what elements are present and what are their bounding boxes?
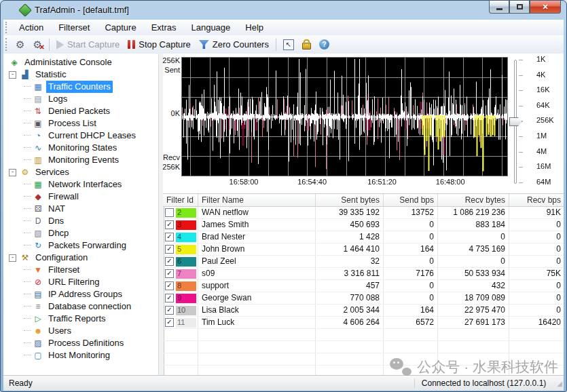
table-row[interactable]: ✓10Lisa Black2 005 34416422 975 4700: [163, 305, 564, 317]
tree-item-ip-address-groups[interactable]: ▤IP Address Groups: [3, 288, 158, 300]
slider-thumb[interactable]: [509, 117, 522, 126]
tree-item-current-dhcp-leases[interactable]: ◔Current DHCP Leases: [3, 130, 158, 142]
tree-item-dns[interactable]: DDns: [3, 215, 158, 227]
connect-button[interactable]: ⚙: [12, 38, 29, 51]
app-window: TrafAdmin - [default.tmf] ✕ ActionFilter…: [0, 0, 567, 392]
filter-edit-button[interactable]: ↖: [279, 38, 298, 52]
tree-item-url-filtering[interactable]: ⊘URL Filtering: [3, 276, 158, 288]
tree-item-database-connection[interactable]: ≡Database connection: [3, 300, 158, 313]
table-row[interactable]: ✓8support45704320: [163, 280, 564, 292]
filter-checkbox[interactable]: ✓: [165, 269, 174, 278]
tree-item-statistic[interactable]: -▟Statistic: [3, 68, 158, 81]
filter-checkbox[interactable]: ✓: [165, 220, 174, 229]
maximize-button[interactable]: [509, 1, 530, 14]
table-row[interactable]: ✓6Paul Zeel32000: [163, 256, 564, 268]
menu-help[interactable]: Help: [238, 21, 271, 34]
column-header-filter-name[interactable]: Filter Name: [198, 194, 316, 206]
filter-checkbox[interactable]: ✓: [165, 245, 174, 254]
y-recv-label: Recv: [163, 153, 180, 161]
table-row[interactable]: 2WAN netflow39 335 192137521 086 219 236…: [163, 207, 564, 219]
tree-item-host-monitoring[interactable]: ▢Host Monitoring: [3, 349, 158, 361]
tree-item-process-list[interactable]: ▣Process List: [3, 117, 158, 130]
tree-item-packets-forwarding[interactable]: ↻Packets Forwarding: [3, 239, 158, 252]
scale-tick-label: 4K: [536, 71, 545, 79]
filter-color-swatch: 9: [176, 294, 196, 303]
empty-table-row: [163, 353, 564, 366]
expander-icon[interactable]: -: [9, 169, 16, 176]
services-icon: ⚙: [20, 168, 31, 176]
start-capture-button[interactable]: Start Capture: [52, 38, 124, 51]
tree-item-nat[interactable]: ⚄NAT: [3, 203, 158, 215]
tree-item-label: Logs: [46, 93, 69, 105]
filter-checkbox[interactable]: [165, 208, 174, 217]
filter-checkbox[interactable]: ✓: [165, 257, 174, 266]
title-bar[interactable]: TrafAdmin - [default.tmf] ✕: [1, 1, 566, 20]
tree-item-monitoring-events[interactable]: ▥Monitoring Events: [3, 154, 158, 166]
tree-item-process-definitions[interactable]: ▨Process Definitions: [3, 337, 158, 349]
tree-item-firewall[interactable]: ◆Firewall: [3, 191, 158, 203]
menu-language[interactable]: Language: [183, 21, 238, 34]
tree-item-administative-console[interactable]: ◈Administative Console: [3, 56, 158, 68]
expander-icon[interactable]: -: [9, 254, 16, 262]
tree-item-monitoring-states[interactable]: ∿Monitoring States: [3, 142, 158, 154]
column-header-recv-bps[interactable]: Recv bps: [509, 194, 564, 206]
menu-filterset[interactable]: Filterset: [51, 21, 97, 34]
slider-tick: [519, 60, 523, 60]
tree-item-filterset[interactable]: ▼Filterset: [3, 264, 158, 276]
menu-action[interactable]: Action: [12, 21, 51, 34]
tree-item-label: Filterset: [46, 264, 81, 276]
tree-item-services[interactable]: -⚙Services: [3, 166, 158, 178]
resize-grip[interactable]: ◢: [557, 380, 564, 387]
filter-checkbox[interactable]: ✓: [165, 281, 174, 290]
cell-send-bps: 0: [384, 292, 438, 304]
url-filtering-icon: ⊘: [33, 278, 43, 286]
process-list-icon: ▣: [33, 119, 43, 128]
tree-item-label: Process List: [46, 117, 98, 130]
table-row[interactable]: ✓4Brad Nester1 428000: [163, 231, 564, 243]
cell-sent-bytes: 4 606 264: [316, 317, 384, 328]
statistic-icon: ▟: [20, 71, 31, 79]
menu-extras[interactable]: Extras: [144, 21, 184, 34]
filter-checkbox[interactable]: ✓: [165, 233, 174, 241]
close-button[interactable]: ✕: [530, 1, 561, 14]
firewall-icon: ◆: [33, 193, 43, 201]
column-header-filter-id[interactable]: Filter Id: [163, 194, 198, 206]
cell-send-bps: 164: [384, 243, 438, 255]
tree-item-network-interfaces[interactable]: ▦Network Interfaces: [3, 178, 158, 191]
stop-capture-button[interactable]: Stop Capture: [124, 38, 195, 51]
traffic-chart-panel: 256K Sent 0K Recv 256K 16:58:0016:54:401…: [163, 54, 564, 193]
menu-capture[interactable]: Capture: [97, 21, 143, 34]
cell-name: support: [198, 280, 316, 292]
tree-item-denied-packets[interactable]: ⇅Denied Packets: [3, 105, 158, 117]
lock-button[interactable]: [298, 38, 315, 51]
empty-table-row: [163, 366, 564, 375]
users-icon: ☻: [33, 327, 43, 335]
cell-name: Brad Nester: [198, 231, 316, 243]
column-header-sent-bytes[interactable]: Sent bytes: [316, 194, 384, 206]
table-row[interactable]: ✓3James Smith450 6930883 1840: [163, 219, 564, 231]
tree-item-logs[interactable]: ▤Logs: [3, 93, 158, 105]
tree-item-traffic-reports[interactable]: ▷Traffic Reports: [3, 313, 158, 325]
table-row[interactable]: ✓9George Swan770 088018 709 0890: [163, 292, 564, 305]
tree-item-configuration[interactable]: -⚒Configuration: [3, 252, 158, 264]
filter-checkbox[interactable]: ✓: [165, 294, 174, 302]
filter-checkbox[interactable]: ✓: [165, 318, 174, 327]
table-row[interactable]: ✓11Tim Luck4 606 264657227 691 17316420: [163, 317, 564, 329]
disconnect-button[interactable]: ⚙: [29, 38, 45, 51]
filter-checkbox[interactable]: ✓: [165, 306, 174, 315]
zero-counters-button[interactable]: Zero Counters: [195, 38, 273, 51]
column-header-send-bps[interactable]: Send bps: [384, 194, 438, 206]
cell-recv-bps: 0: [509, 243, 564, 255]
cell-send-bps: 6572: [384, 317, 438, 328]
tree-item-dhcp[interactable]: ▧Dhcp: [3, 227, 158, 239]
help-button[interactable]: ?: [315, 38, 333, 51]
tree-item-traffic-counters[interactable]: ▦Traffic Counters: [3, 81, 158, 93]
table-row[interactable]: ✓5John Brown1 464 4101644 735 1690: [163, 243, 564, 256]
expander-icon[interactable]: -: [9, 71, 16, 79]
column-header-recv-bytes[interactable]: Recv bytes: [438, 194, 509, 206]
slider-tick: [519, 75, 523, 76]
table-row[interactable]: ✓7s093 316 811717650 533 93475K: [163, 268, 564, 280]
tree-item-users[interactable]: ☻Users: [3, 325, 158, 337]
minimize-button[interactable]: [489, 1, 509, 14]
time-tick: 16:58:00: [230, 178, 259, 186]
